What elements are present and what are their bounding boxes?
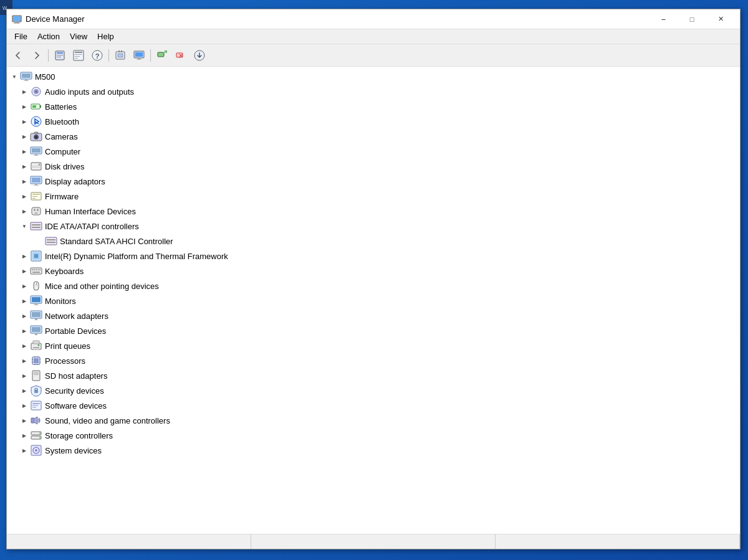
chevron-icon[interactable]: ▼ — [19, 221, 29, 231]
close-button[interactable]: ✕ — [706, 9, 735, 29]
svg-rect-81 — [34, 285, 39, 285]
tree-item-label: Display adaptors — [45, 177, 105, 186]
intel-icon — [30, 250, 42, 262]
chevron-icon[interactable]: ▶ — [19, 386, 29, 396]
svg-rect-3 — [13, 16, 21, 21]
back-button[interactable] — [9, 47, 27, 64]
tree-item-system[interactable]: ▶System devices — [7, 443, 740, 458]
tree-item-sd[interactable]: ▶SD host adapters — [7, 368, 740, 383]
chevron-icon[interactable]: ▶ — [19, 266, 29, 276]
chevron-icon[interactable]: ▶ — [19, 341, 29, 351]
tree-item-security[interactable]: ▶Security devices — [7, 383, 740, 398]
tree-item-software[interactable]: ▶Software devices — [7, 398, 740, 413]
chevron-icon[interactable]: ▶ — [19, 296, 29, 306]
chevron-icon[interactable]: ▶ — [19, 326, 29, 336]
chevron-icon[interactable]: ▶ — [19, 371, 29, 381]
tree-item-portable[interactable]: ▶Portable Devices — [7, 323, 740, 338]
chevron-icon[interactable]: ▶ — [19, 251, 29, 261]
chevron-icon[interactable]: ▶ — [19, 445, 29, 455]
chevron-icon[interactable]: ▶ — [19, 146, 29, 156]
tree-item-display[interactable]: ▶Display adaptors — [7, 174, 740, 189]
uninstall-button[interactable]: ✕ — [172, 47, 189, 64]
svg-text:+: + — [165, 50, 167, 54]
chevron-icon[interactable]: ▶ — [19, 430, 29, 440]
tree-item-batteries[interactable]: ▶Batteries — [7, 99, 740, 114]
tree-item-hid[interactable]: ▶Human Interface Devices — [7, 204, 740, 219]
tree-item-firmware[interactable]: ▶Firmware — [7, 189, 740, 204]
tree-item-ide[interactable]: ▼IDE ATA/ATAPI controllers — [7, 219, 740, 234]
chevron-icon[interactable]: ▶ — [19, 191, 29, 201]
chevron-icon[interactable]: ▶ — [19, 116, 29, 126]
maximize-button[interactable]: □ — [678, 9, 706, 29]
chevron-icon[interactable]: ▶ — [19, 87, 29, 97]
tree-item-label: Portable Devices — [45, 326, 106, 336]
svg-rect-72 — [34, 254, 38, 258]
tree-item-sata[interactable]: Standard SATA AHCI Controller — [7, 234, 740, 249]
status-bar — [7, 534, 740, 549]
tree-item-label: Security devices — [45, 386, 104, 396]
chevron-icon[interactable]: ▶ — [19, 281, 29, 291]
tree-item-label: SD host adapters — [45, 371, 107, 381]
svg-point-51 — [39, 164, 41, 166]
chevron-icon[interactable] — [34, 236, 44, 246]
svg-rect-86 — [34, 305, 39, 305]
toolbar: ? + — [7, 44, 740, 67]
tree-item-root[interactable]: ▼M500 — [7, 69, 740, 84]
svg-rect-64 — [31, 222, 42, 230]
toolbar-sep-1 — [48, 49, 49, 62]
scan-hardware-button[interactable] — [112, 47, 129, 64]
svg-rect-37 — [40, 105, 41, 108]
svg-rect-79 — [32, 272, 40, 273]
window-icon — [12, 14, 22, 24]
tree-item-storage[interactable]: ▶Storage controllers — [7, 428, 740, 443]
forward-button[interactable] — [28, 47, 46, 64]
processor-icon — [30, 354, 42, 367]
svg-rect-59 — [32, 198, 36, 199]
chevron-icon[interactable]: ▶ — [19, 131, 29, 141]
tree-item-computer[interactable]: ▶Computer — [7, 144, 740, 159]
tree-item-audio[interactable]: ▶Audio inputs and outputs — [7, 84, 740, 99]
chevron-icon[interactable]: ▶ — [19, 102, 29, 112]
tree-item-monitors[interactable]: ▶Monitors — [7, 293, 740, 308]
svg-rect-91 — [32, 327, 41, 332]
chevron-icon[interactable]: ▶ — [19, 206, 29, 216]
chevron-icon[interactable]: ▶ — [19, 415, 29, 425]
svg-rect-78 — [39, 269, 41, 270]
tree-item-disk[interactable]: ▶Disk drives — [7, 159, 740, 174]
tree-item-bluetooth[interactable]: ▶Bluetooth — [7, 114, 740, 129]
svg-rect-89 — [35, 319, 37, 320]
chevron-icon[interactable]: ▼ — [9, 72, 19, 82]
tree-item-label: Print queues — [45, 341, 90, 351]
chevron-icon[interactable]: ▶ — [19, 176, 29, 186]
minimize-button[interactable]: ‒ — [649, 9, 678, 29]
device-tree[interactable]: ▼M500▶Audio inputs and outputs▶Batteries… — [7, 67, 740, 534]
chevron-icon[interactable]: ▶ — [19, 161, 29, 171]
tree-item-label: M500 — [35, 72, 55, 82]
tree-item-intel[interactable]: ▶Intel(R) Dynamic Platform and Thermal F… — [7, 249, 740, 263]
tree-item-processors[interactable]: ▶Processors — [7, 353, 740, 368]
tree-item-cameras[interactable]: ▶Cameras — [7, 129, 740, 144]
mouse-icon — [30, 280, 42, 292]
help-button[interactable]: ? — [89, 47, 106, 64]
menu-view[interactable]: View — [65, 31, 92, 42]
svg-rect-16 — [118, 54, 123, 57]
menu-file[interactable]: File — [9, 31, 32, 42]
chevron-icon[interactable]: ▶ — [19, 311, 29, 321]
tree-item-sound[interactable]: ▶Sound, video and game controllers — [7, 413, 740, 428]
tree-item-print[interactable]: ▶Print queues — [7, 338, 740, 353]
chevron-icon[interactable]: ▶ — [19, 401, 29, 411]
update-driver-button[interactable] — [70, 47, 87, 64]
svg-rect-60 — [32, 207, 41, 215]
tree-item-keyboards[interactable]: ▶Keyboards — [7, 263, 740, 278]
chevron-icon[interactable]: ▶ — [19, 356, 29, 366]
add-device-button[interactable]: + — [153, 47, 171, 64]
svg-rect-2 — [14, 23, 20, 24]
tree-item-network[interactable]: ▶Network adapters — [7, 308, 740, 323]
display-button[interactable] — [130, 47, 148, 64]
menu-help[interactable]: Help — [92, 31, 119, 42]
menu-action[interactable]: Action — [32, 31, 65, 42]
scan-changes-button[interactable] — [191, 47, 208, 64]
svg-rect-22 — [137, 59, 141, 60]
tree-item-mice[interactable]: ▶Mice and other pointing devices — [7, 278, 740, 293]
properties-button[interactable] — [51, 47, 69, 64]
